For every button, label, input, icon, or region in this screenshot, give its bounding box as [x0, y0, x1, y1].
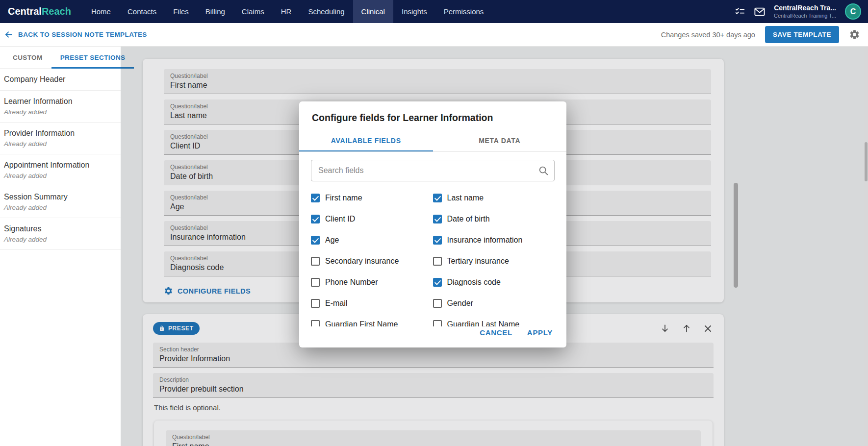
field-option-label: Guardian Last Name [447, 320, 520, 327]
checkbox[interactable] [433, 236, 442, 245]
configure-fields-modal: Configure fields for Learner Information… [299, 101, 566, 347]
logo-part2: Reach [42, 6, 71, 17]
search-fields-input[interactable] [311, 160, 555, 181]
field-option-last-name[interactable]: Last name [433, 194, 555, 202]
sidebar-tabs: CUSTOM PRESET SECTIONS [0, 47, 121, 69]
logo-part1: Central [8, 6, 42, 17]
checkbox[interactable] [311, 236, 320, 245]
section-title: Session Summary [4, 193, 113, 201]
nav-item-hr[interactable]: HR [273, 0, 300, 23]
checkbox[interactable] [433, 278, 442, 287]
nav-item-insights[interactable]: Insights [393, 0, 435, 23]
nav-item-contacts[interactable]: Contacts [119, 0, 165, 23]
cancel-button[interactable]: CANCEL [480, 328, 512, 337]
checkbox[interactable] [433, 215, 442, 223]
field-option-label: Diagnosis code [447, 278, 501, 287]
section-title: Company Header [4, 75, 113, 84]
modal-title: Configure fields for Learner Information [299, 101, 566, 130]
checkbox[interactable] [311, 278, 320, 287]
field-option-label: Phone Number [325, 278, 378, 287]
template-toolbar: BACK TO SESSION NOTE TEMPLATES Changes s… [0, 23, 868, 47]
sidebar-item-learner-information[interactable]: Learner Information Already added [0, 91, 121, 123]
section-title: Provider Information [4, 129, 113, 138]
modal-tabs: AVAILABLE FIELDS META DATA [299, 130, 566, 152]
checkbox[interactable] [311, 299, 320, 308]
field-option-label: First name [325, 194, 362, 202]
field-option-first-name[interactable]: First name [311, 194, 433, 202]
checkbox[interactable] [311, 257, 320, 266]
tab-available-fields[interactable]: AVAILABLE FIELDS [299, 130, 433, 151]
field-option-label: Gender [447, 299, 473, 308]
field-option-client-id[interactable]: Client ID [311, 215, 433, 223]
section-note: Already added [4, 172, 113, 179]
field-option-gender[interactable]: Gender [433, 299, 555, 308]
checkbox[interactable] [433, 320, 442, 327]
back-arrow-icon[interactable] [4, 30, 13, 39]
sidebar-item-company-header[interactable]: Company Header [0, 69, 121, 91]
avatar-initial: C [850, 7, 856, 16]
save-template-button[interactable]: SAVE TEMPLATE [765, 26, 839, 43]
available-fields-list: First name Last name Client ID Date of b… [299, 187, 566, 326]
sidebar-item-provider-information[interactable]: Provider Information Already added [0, 123, 121, 154]
field-option-label: Client ID [325, 215, 355, 223]
apply-button[interactable]: APPLY [527, 328, 553, 337]
checkbox[interactable] [311, 320, 320, 327]
section-title: Signatures [4, 224, 113, 233]
search-icon [538, 165, 549, 178]
user-avatar[interactable]: C [845, 3, 861, 20]
sidebar-item-signatures[interactable]: Signatures Already added [0, 218, 121, 250]
sections-sidebar: CUSTOM PRESET SECTIONS Company Header Le… [0, 47, 121, 446]
changes-saved-status: Changes saved 30+ days ago [661, 31, 755, 39]
field-option-label: Secondary insurance [325, 257, 399, 266]
field-option-diagnosis-code[interactable]: Diagnosis code [433, 278, 555, 287]
nav-item-scheduling[interactable]: Scheduling [300, 0, 353, 23]
settings-gear-icon[interactable] [849, 29, 860, 40]
main-nav: Home Contacts Files Billing Claims HR Sc… [83, 0, 492, 23]
field-option-label: Age [325, 236, 339, 245]
field-option-age[interactable]: Age [311, 236, 433, 245]
field-search [311, 160, 555, 181]
field-option-guardian-last-name[interactable]: Guardian Last Name [433, 320, 555, 327]
section-note: Already added [4, 236, 113, 243]
toolbar-right-cluster: Changes saved 30+ days ago SAVE TEMPLATE [661, 26, 868, 43]
mail-icon[interactable] [754, 7, 765, 16]
section-note: Already added [4, 140, 113, 148]
field-option-label: Insurance information [447, 236, 523, 245]
nav-item-permissions[interactable]: Permissions [435, 0, 492, 23]
field-option-date-of-birth[interactable]: Date of birth [433, 215, 555, 223]
nav-item-home[interactable]: Home [83, 0, 119, 23]
tab-meta-data[interactable]: META DATA [433, 130, 567, 151]
section-title: Appointment Information [4, 161, 113, 170]
field-option-label: Guardian First Name [325, 320, 398, 327]
centralreach-logo[interactable]: CentralReach [0, 0, 83, 23]
preset-section-list: Company Header Learner Information Alrea… [0, 69, 121, 250]
checkbox[interactable] [433, 299, 442, 308]
field-option-secondary-insurance[interactable]: Secondary insurance [311, 257, 433, 266]
section-note: Already added [4, 108, 113, 116]
nav-item-billing[interactable]: Billing [197, 0, 233, 23]
field-option-email[interactable]: E-mail [311, 299, 433, 308]
nav-right-cluster: CentralReach Tra... CentralReach Trainin… [735, 0, 868, 23]
back-to-templates-link[interactable]: BACK TO SESSION NOTE TEMPLATES [18, 31, 147, 38]
checkbox[interactable] [311, 215, 320, 223]
top-nav: CentralReach Home Contacts Files Billing… [0, 0, 868, 23]
nav-item-files[interactable]: Files [165, 0, 197, 23]
nav-item-clinical[interactable]: Clinical [353, 0, 393, 23]
field-option-insurance-information[interactable]: Insurance information [433, 236, 555, 245]
nav-item-claims[interactable]: Claims [233, 0, 273, 23]
tab-custom[interactable]: CUSTOM [4, 47, 51, 68]
field-option-phone-number[interactable]: Phone Number [311, 278, 433, 287]
field-option-tertiary-insurance[interactable]: Tertiary insurance [433, 257, 555, 266]
user-menu[interactable]: CentralReach Tra... CentralReach Trainin… [774, 3, 836, 19]
checkbox[interactable] [311, 194, 320, 202]
sidebar-item-appointment-information[interactable]: Appointment Information Already added [0, 154, 121, 186]
field-option-label: E-mail [325, 299, 347, 308]
modal-footer: CANCEL APPLY [299, 328, 566, 347]
checkbox[interactable] [433, 194, 442, 202]
checkbox[interactable] [433, 257, 442, 266]
field-option-guardian-first-name[interactable]: Guardian First Name [311, 320, 433, 327]
sidebar-item-session-summary[interactable]: Session Summary Already added [0, 186, 121, 218]
tasks-checklist-icon[interactable] [735, 6, 745, 17]
section-note: Already added [4, 204, 113, 211]
field-option-label: Date of birth [447, 215, 490, 223]
